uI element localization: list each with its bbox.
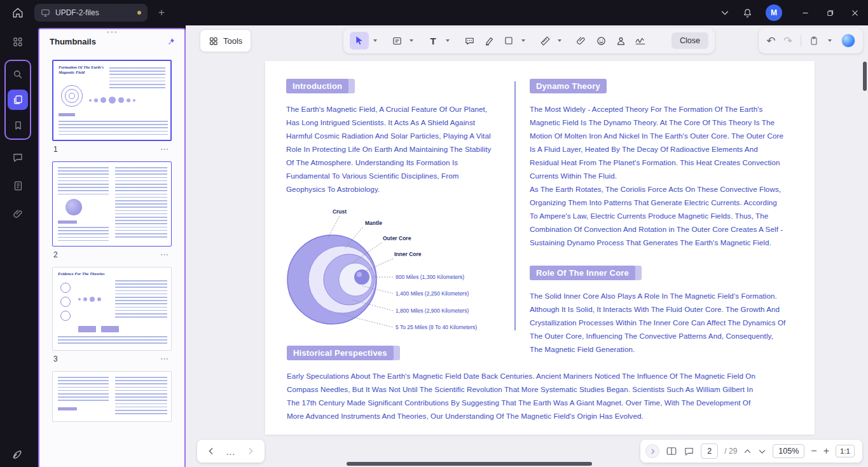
nav-back-icon[interactable]: [207, 447, 216, 456]
close-toolbar-button[interactable]: Close: [672, 32, 708, 49]
page-nav-pill: …: [197, 440, 265, 463]
tools-label: Tools: [223, 36, 242, 46]
maximize-button[interactable]: [826, 9, 834, 17]
text-tool[interactable]: T: [425, 32, 441, 50]
attachment-tool[interactable]: [573, 32, 589, 50]
clipboard-chevron[interactable]: [828, 39, 832, 42]
user-avatar[interactable]: M: [766, 4, 782, 21]
zoom-level[interactable]: 105%: [773, 444, 804, 458]
thumbnail-list: Formation Of The Earth's Magnetic Field …: [39, 57, 184, 467]
home-icon: [12, 7, 24, 18]
monitor-icon: [41, 8, 50, 18]
panel-title: Thumbnails: [50, 37, 96, 46]
thumbnail-page-3[interactable]: Evidence For The Theories: [52, 267, 172, 351]
tools-grid-icon: [209, 36, 218, 46]
shape-tool[interactable]: [500, 32, 517, 50]
thumbnails-panel: Thumbnails Formation Of The Earth's Magn…: [38, 28, 186, 467]
shape-tool-chevron[interactable]: [521, 39, 525, 42]
edit-element-chevron[interactable]: [410, 39, 413, 42]
thumbnail-page-1[interactable]: Formation Of The Earth's Magnetic Field: [52, 60, 172, 141]
sticker-tool[interactable]: [593, 32, 609, 50]
vertical-scrollbar[interactable]: [863, 62, 867, 91]
page-1-menu[interactable]: ⋯: [160, 144, 169, 154]
thumbnail-page-4[interactable]: [52, 371, 172, 422]
earth-layers-diagram: Crust Mantle Outer Core Inner Core 800 M…: [286, 205, 507, 332]
page-number-2: 2: [53, 250, 58, 259]
next-page-icon[interactable]: [758, 447, 766, 456]
select-tool[interactable]: [350, 32, 369, 50]
bookmark-icon[interactable]: [8, 115, 28, 135]
text-tool-chevron[interactable]: [446, 39, 450, 42]
page-number-1: 1: [53, 145, 58, 154]
ai-assistant-icon[interactable]: [841, 34, 855, 48]
nav-forward-icon[interactable]: [246, 447, 255, 456]
page-layout-icon[interactable]: [666, 445, 677, 457]
redo-icon[interactable]: ↷: [783, 36, 792, 46]
intro-heading: Introduction: [286, 79, 348, 93]
content-area: Tools T: [186, 25, 868, 467]
document-tab[interactable]: UPDF-2-files: [34, 4, 148, 22]
stamp-tool[interactable]: [612, 32, 629, 50]
pin-icon[interactable]: [166, 37, 176, 46]
tools-button[interactable]: Tools: [200, 29, 251, 52]
collapse-statusbar-button[interactable]: [645, 444, 659, 458]
clipboard-icon[interactable]: [809, 36, 819, 46]
previous-page-icon[interactable]: [743, 447, 752, 456]
left-column: Introduction The Earth's Magnetic Field,…: [286, 79, 500, 332]
document-page[interactable]: Introduction The Earth's Magnetic Field,…: [265, 61, 815, 435]
measurement-mantle: 1,800 Miles (2,900 Kilometers): [396, 308, 469, 314]
tab-title: UPDF-2-files: [55, 8, 99, 17]
fit-actual-size-button[interactable]: 1:1: [836, 445, 855, 457]
zoom-out-button[interactable]: −: [811, 445, 816, 457]
dynamo-heading: Dynamo Theory: [530, 79, 607, 93]
attachments-panel-icon[interactable]: [8, 203, 28, 224]
measurement-outer-core: 1,400 Miles (2,250 Kilometers): [396, 290, 469, 297]
dynamo-paragraph-1: The Most Widely - Accepted Theory For Th…: [530, 102, 787, 182]
thumbnail-page-2[interactable]: [52, 161, 172, 247]
measure-tool-chevron[interactable]: [558, 39, 561, 42]
minimize-button[interactable]: [801, 9, 809, 17]
nav-more-button[interactable]: …: [226, 446, 236, 457]
undo-icon[interactable]: ↶: [766, 36, 775, 46]
intro-paragraph: The Earth's Magnetic Field, A Crucial Fe…: [286, 102, 500, 196]
comments-panel-icon[interactable]: [8, 147, 28, 168]
apps-grid-icon[interactable]: [8, 32, 28, 52]
status-bar: / 29 105% − + 1:1: [640, 440, 862, 463]
toolbar-divider: [801, 35, 801, 46]
measurement-crust: 5 To 25 Miles (8 To 40 Kilometers): [396, 324, 477, 330]
zoom-in-button[interactable]: +: [823, 445, 829, 457]
home-button[interactable]: [9, 4, 27, 22]
comment-tool[interactable]: [461, 32, 478, 50]
titlebar: UPDF-2-files + M: [0, 0, 868, 25]
search-icon[interactable]: [8, 64, 28, 85]
layer-label-outer-core: Outer Core: [383, 235, 411, 241]
document-panel-icon[interactable]: [8, 175, 28, 196]
page-total: / 29: [724, 447, 737, 456]
select-tool-chevron[interactable]: [373, 39, 377, 42]
panel-drag-handle[interactable]: [107, 31, 117, 33]
edit-element-tool[interactable]: [389, 32, 405, 50]
add-tab-button[interactable]: +: [155, 6, 168, 19]
inner-core-heading: Role Of The Inner Core: [530, 266, 635, 280]
highlighter-tool[interactable]: [481, 32, 497, 50]
thumbnails-panel-icon[interactable]: [8, 90, 28, 110]
unsaved-dot: [137, 11, 141, 15]
page-number-3: 3: [53, 355, 58, 363]
page-2-menu[interactable]: ⋯: [160, 250, 169, 259]
close-window-button[interactable]: [851, 9, 859, 17]
horizontal-scrollbar[interactable]: [347, 462, 592, 466]
comment-bubble-icon[interactable]: [684, 446, 694, 457]
historical-paragraph: Early Speculations About The Earth's Mag…: [287, 369, 765, 423]
measure-tool[interactable]: [537, 32, 553, 50]
signature-pen-icon[interactable]: [11, 447, 24, 459]
layer-label-inner-core: Inner Core: [394, 251, 422, 257]
notification-bell-icon[interactable]: [742, 8, 753, 18]
page-number-input[interactable]: [701, 443, 718, 459]
dynamo-paragraph-2: As The Earth Rotates, The Coriolis Force…: [530, 182, 787, 249]
page-3-menu[interactable]: ⋯: [160, 354, 169, 363]
signature-tool[interactable]: [632, 32, 649, 50]
measurement-inner-core: 800 Miles (1,300 Kilometers): [396, 274, 464, 280]
chevron-down-icon[interactable]: [720, 8, 729, 17]
layer-label-crust: Crust: [333, 208, 347, 215]
right-column: Dynamo Theory The Most Widely - Accepted…: [530, 79, 787, 356]
